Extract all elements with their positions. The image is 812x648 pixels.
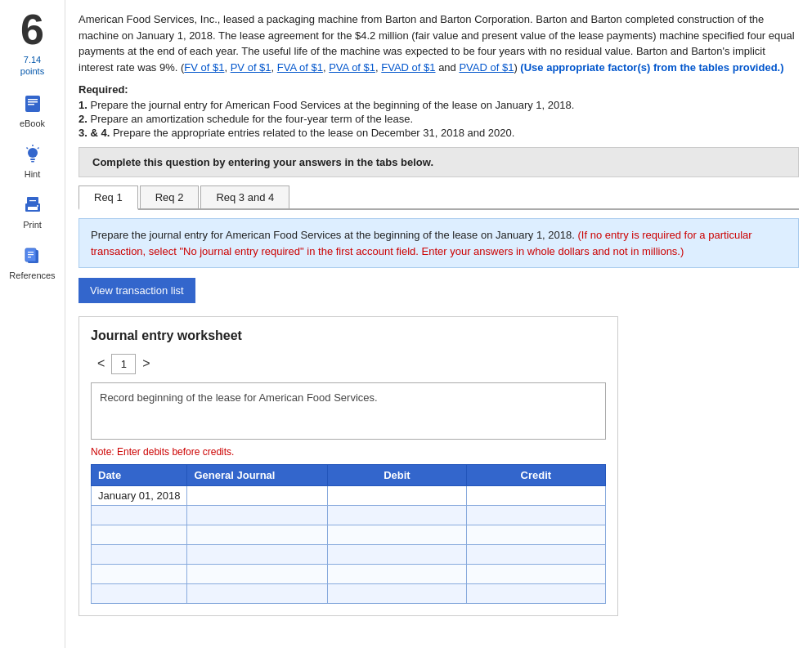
- tab-req3and4[interactable]: Req 3 and 4: [200, 185, 289, 208]
- credit-input-5[interactable]: [473, 568, 599, 580]
- required-section: Required: 1. Prepare the journal entry f…: [79, 83, 799, 139]
- page-nav: < 1 >: [91, 353, 606, 374]
- svg-rect-5: [30, 159, 35, 160]
- debit-input-4[interactable]: [334, 548, 460, 561]
- svg-rect-13: [29, 200, 36, 201]
- points-value: 7.14: [24, 55, 41, 65]
- debit-input-3[interactable]: [334, 529, 460, 541]
- bulb-icon: [20, 141, 46, 168]
- svg-point-14: [37, 205, 38, 207]
- svg-rect-12: [28, 207, 38, 210]
- fv-link[interactable]: FV of $1: [184, 61, 224, 74]
- prev-page-button[interactable]: <: [91, 353, 111, 374]
- worksheet-title: Journal entry worksheet: [91, 328, 606, 343]
- print-icon: [20, 192, 46, 218]
- svg-rect-18: [28, 254, 34, 255]
- date-cell-1: January 01, 2018: [92, 486, 187, 506]
- date-cell-3: [92, 525, 187, 545]
- debit-cell-1[interactable]: [328, 486, 467, 506]
- fvad-link[interactable]: FVAD of $1: [381, 61, 435, 74]
- date-cell-5: [92, 565, 187, 584]
- journal-input-4[interactable]: [194, 548, 321, 561]
- hint-label: Hint: [25, 169, 41, 179]
- table-row: January 01, 2018: [92, 486, 606, 506]
- debit-input-1[interactable]: [334, 489, 460, 502]
- worksheet-container: Journal entry worksheet < 1 > Record beg…: [79, 316, 618, 616]
- sidebar-item-print[interactable]: Print: [20, 192, 46, 230]
- required-item-1: 1. Prepare the journal entry for America…: [79, 99, 799, 111]
- svg-rect-19: [28, 257, 31, 257]
- credit-cell-4[interactable]: [466, 545, 605, 565]
- page-container: 6 7.14 points eBook: [0, 0, 812, 648]
- debit-input-5[interactable]: [334, 568, 460, 580]
- journal-cell-2[interactable]: [187, 506, 328, 525]
- journal-input-5[interactable]: [194, 568, 321, 580]
- pva-link[interactable]: PVA of $1: [329, 61, 375, 74]
- journal-input-1[interactable]: [194, 489, 321, 502]
- credit-cell-5[interactable]: [466, 565, 605, 584]
- sidebar-item-references[interactable]: References: [9, 243, 55, 280]
- sidebar-item-ebook[interactable]: eBook: [20, 91, 46, 128]
- view-transaction-button[interactable]: View transaction list: [79, 278, 195, 303]
- debit-input-2[interactable]: [334, 509, 460, 521]
- book-icon: [20, 91, 46, 117]
- svg-line-8: [38, 147, 39, 149]
- credit-cell-3[interactable]: [466, 525, 605, 545]
- credit-input-1[interactable]: [473, 489, 599, 502]
- credit-input-3[interactable]: [473, 529, 599, 541]
- journal-input-2[interactable]: [194, 509, 321, 521]
- journal-cell-4[interactable]: [187, 545, 328, 565]
- tab-req2[interactable]: Req 2: [140, 185, 200, 208]
- col-date: Date: [92, 465, 187, 486]
- table-row: [92, 545, 606, 565]
- journal-input-6[interactable]: [194, 588, 321, 600]
- transaction-description: Record beginning of the lease for Americ…: [91, 382, 606, 440]
- required-item-3: 3. & 4. Prepare the appropriate entries …: [79, 127, 799, 139]
- debit-cell-2[interactable]: [328, 506, 467, 525]
- col-debit: Debit: [328, 465, 467, 486]
- required-item-2: 2. Prepare an amortization schedule for …: [79, 113, 799, 125]
- use-tables-instruction: (Use appropriate factor(s) from the tabl…: [520, 61, 783, 74]
- credit-cell-2[interactable]: [466, 506, 605, 525]
- complete-banner: Complete this question by entering your …: [79, 147, 799, 177]
- table-row: [92, 565, 606, 584]
- credit-cell-6[interactable]: [466, 584, 605, 604]
- fva-link[interactable]: FVA of $1: [277, 61, 323, 74]
- journal-table: Date General Journal Debit Credit Januar…: [91, 464, 606, 604]
- credit-input-2[interactable]: [473, 509, 599, 521]
- tab-req1[interactable]: Req 1: [79, 185, 138, 210]
- credit-cell-1[interactable]: [466, 486, 605, 506]
- debit-input-6[interactable]: [334, 588, 460, 600]
- svg-rect-1: [28, 99, 38, 101]
- problem-number: 6: [20, 8, 44, 51]
- debit-cell-4[interactable]: [328, 545, 467, 565]
- date-cell-4: [92, 545, 187, 565]
- main-content: American Food Services, Inc., leased a p…: [65, 0, 812, 648]
- journal-input-3[interactable]: [194, 529, 321, 541]
- credit-input-6[interactable]: [473, 588, 599, 600]
- next-page-button[interactable]: >: [136, 353, 156, 374]
- print-label: Print: [23, 220, 42, 230]
- col-general-journal: General Journal: [187, 465, 328, 486]
- debit-cell-6[interactable]: [328, 584, 467, 604]
- points-text: points: [20, 66, 44, 76]
- journal-cell-6[interactable]: [187, 584, 328, 604]
- sidebar-item-hint[interactable]: Hint: [20, 141, 46, 179]
- table-row: [92, 506, 606, 525]
- copy-icon: [19, 243, 45, 269]
- instruction-main: Prepare the journal entry for American F…: [91, 229, 575, 241]
- journal-cell-1[interactable]: [187, 486, 328, 506]
- points-label: 7.14 points: [20, 54, 44, 78]
- sidebar: 6 7.14 points eBook: [0, 0, 65, 648]
- pvad-link[interactable]: PVAD of $1: [459, 61, 514, 74]
- debit-cell-5[interactable]: [328, 565, 467, 584]
- pv-link[interactable]: PV of $1: [231, 61, 271, 74]
- ebook-label: eBook: [20, 118, 45, 128]
- credit-input-4[interactable]: [473, 548, 599, 561]
- journal-cell-3[interactable]: [187, 525, 328, 545]
- col-credit: Credit: [466, 465, 605, 486]
- debit-cell-3[interactable]: [328, 525, 467, 545]
- tabs-container: Req 1 Req 2 Req 3 and 4: [79, 185, 799, 210]
- date-cell-2: [92, 506, 187, 525]
- journal-cell-5[interactable]: [187, 565, 328, 584]
